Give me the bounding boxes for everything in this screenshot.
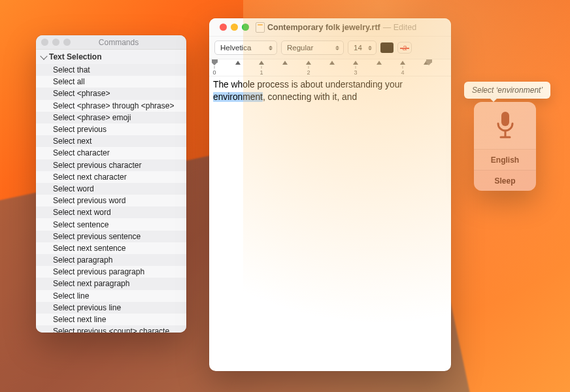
close-icon[interactable] (220, 24, 227, 31)
tab-stop[interactable] (400, 61, 405, 65)
selected-text: environment (213, 92, 263, 102)
commands-window: Commands Text Selection Select thatSelec… (36, 35, 186, 333)
tab-stop[interactable] (377, 61, 382, 65)
textedit-titlebar[interactable]: Contemporary folk jewelry.rtf — Edited (209, 18, 451, 37)
format-toolbar: Helvetica Regular 14 a (209, 37, 451, 59)
font-size-select[interactable]: 14 (348, 41, 377, 55)
command-item[interactable]: Select line (36, 290, 186, 302)
svg-rect-0 (501, 112, 509, 126)
voice-control-panel: English Sleep (474, 102, 536, 191)
close-icon[interactable] (41, 39, 48, 46)
tab-stop[interactable] (306, 61, 311, 65)
command-item[interactable]: Select <phrase> through <phrase> (36, 100, 186, 112)
ruler-tick: 1 (260, 66, 263, 76)
voice-feedback-tooltip: Select ‘environment’ (464, 82, 550, 99)
document-icon (256, 22, 265, 33)
ruler-tick: 3 (354, 66, 357, 76)
command-item[interactable]: Select previous word (36, 195, 186, 206)
left-margin-marker[interactable] (212, 59, 218, 63)
chevron-down-icon (40, 52, 47, 59)
strikethrough-button[interactable]: a (397, 42, 412, 54)
microphone-indicator[interactable] (474, 102, 536, 149)
command-item[interactable]: Select word (36, 183, 186, 195)
commands-titlebar[interactable]: Commands (36, 35, 186, 50)
font-family-value: Helvetica (220, 44, 251, 52)
body-text: , connecting with it, and (263, 92, 357, 102)
command-item[interactable]: Select sentence (36, 218, 186, 230)
command-item[interactable]: Select character (36, 147, 186, 159)
command-item[interactable]: Select next sentence (36, 242, 186, 254)
edited-badge: — Edited (383, 23, 416, 32)
ruler-tick: 0 (212, 66, 216, 76)
minimize-icon[interactable] (52, 39, 59, 46)
voice-language-button[interactable]: English (474, 149, 536, 170)
command-item[interactable]: Select previous sentence (36, 231, 186, 242)
tab-stop[interactable] (282, 61, 288, 65)
font-size-value: 14 (354, 44, 362, 52)
command-item[interactable]: Select <phrase> (36, 88, 186, 99)
minimize-icon[interactable] (231, 24, 238, 31)
command-item[interactable]: Select next (36, 135, 186, 147)
body-text: The whole process is about understanding… (213, 80, 403, 90)
stepper-icon (335, 46, 339, 50)
document-body[interactable]: The whole process is about understanding… (209, 76, 451, 106)
tab-stop[interactable] (353, 61, 358, 65)
command-item[interactable]: Select next character (36, 171, 186, 183)
microphone-icon (494, 110, 516, 140)
voice-sleep-button[interactable]: Sleep (474, 170, 536, 191)
command-item[interactable]: Select previous line (36, 302, 186, 314)
tab-stop[interactable] (424, 61, 429, 65)
command-item[interactable]: Select previous character (36, 159, 186, 171)
traffic-lights (214, 24, 249, 31)
command-item[interactable]: Select <phrase> emoji (36, 112, 186, 123)
document-title: Contemporary folk jewelry.rtf (267, 23, 380, 32)
right-margin-marker[interactable] (426, 59, 432, 63)
zoom-icon[interactable] (242, 24, 249, 31)
command-item[interactable]: Select previous <count> characte… (36, 325, 186, 333)
command-item[interactable]: Select paragraph (36, 254, 186, 266)
textedit-window: Contemporary folk jewelry.rtf — Edited H… (209, 18, 451, 371)
tab-stop[interactable] (329, 61, 335, 65)
command-item[interactable]: Select next line (36, 314, 186, 325)
zoom-icon[interactable] (63, 39, 71, 46)
ruler-tick: 2 (307, 66, 310, 76)
traffic-lights (36, 39, 71, 46)
font-family-select[interactable]: Helvetica (214, 41, 277, 55)
stepper-icon (269, 46, 273, 50)
ruler[interactable]: 01234 (209, 59, 451, 76)
stepper-icon (368, 46, 372, 50)
tab-stop[interactable] (235, 61, 241, 65)
command-item[interactable]: Select next word (36, 206, 186, 218)
command-item[interactable]: Select next paragraph (36, 278, 186, 289)
command-item[interactable]: Select previous (36, 123, 186, 135)
text-color-swatch[interactable] (380, 42, 394, 53)
commands-group-label: Text Selection (49, 52, 101, 61)
commands-group-header[interactable]: Text Selection (36, 50, 186, 64)
commands-title: Commands (71, 38, 186, 47)
command-item[interactable]: Select that (36, 64, 186, 76)
tab-stop[interactable] (259, 61, 264, 65)
font-style-select[interactable]: Regular (281, 41, 344, 55)
font-style-value: Regular (287, 44, 313, 52)
command-item[interactable]: Select previous paragraph (36, 266, 186, 278)
command-item[interactable]: Select all (36, 76, 186, 88)
ruler-tick: 4 (401, 66, 404, 76)
commands-list: Select thatSelect allSelect <phrase>Sele… (36, 64, 186, 333)
